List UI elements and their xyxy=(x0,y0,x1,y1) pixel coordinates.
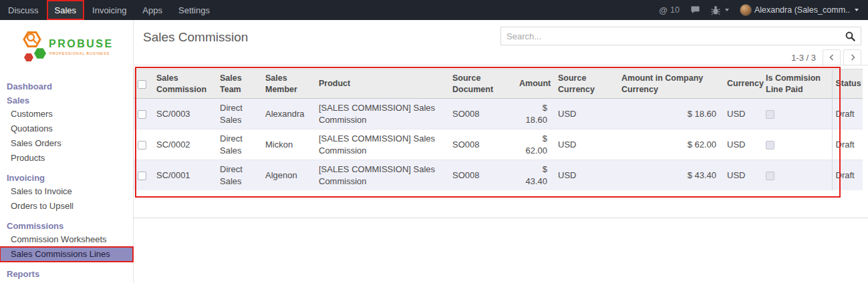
table-row[interactable]: SC/0001Direct SalesAlgenon[SALES COMMISS… xyxy=(134,160,863,191)
table-header-row: Sales CommissionSales TeamSales MemberPr… xyxy=(134,69,863,99)
search-input[interactable] xyxy=(507,31,845,41)
topbar-menu-discuss[interactable]: Discuss xyxy=(0,0,47,20)
is-paid-checkbox[interactable] xyxy=(766,110,774,119)
sidebar-item-sales-commissions-lines[interactable]: Sales Commissions Lines xyxy=(0,247,133,262)
select-all-checkbox[interactable] xyxy=(138,80,146,89)
sidebar-item-quotations[interactable]: Quotations xyxy=(0,121,133,136)
cell-source-document: SO008 xyxy=(447,129,514,160)
col-header-status[interactable]: Status xyxy=(832,69,863,99)
sidebar-item-sales-orders[interactable]: Sales Orders xyxy=(0,136,133,151)
main-content: Sales Commission 1-3 / 3 xyxy=(134,20,868,283)
sidebar-item-commission-worksheets[interactable]: Commission Worksheets xyxy=(0,232,133,247)
select-all-cell xyxy=(134,69,151,99)
logo-subtitle: PROFESSIONAL BUSINESS xyxy=(49,51,110,55)
sidebar-item-sales[interactable]: Sales xyxy=(0,280,133,283)
debug-menu-button[interactable] xyxy=(711,5,729,15)
sidebar: PROBUSE PROFESSIONAL BUSINESS DashboardS… xyxy=(0,20,134,283)
avatar xyxy=(740,4,752,16)
sidebar-heading-dashboard[interactable]: Dashboard xyxy=(0,80,133,93)
cell-amount: $ 43.40 xyxy=(514,160,553,191)
row-select-checkbox[interactable] xyxy=(138,141,146,150)
commission-table: Sales CommissionSales TeamSales MemberPr… xyxy=(134,69,863,190)
row-select-cell xyxy=(134,160,151,191)
sidebar-item-sales-to-invoice[interactable]: Sales to Invoice xyxy=(0,184,133,199)
row-select-checkbox[interactable] xyxy=(138,110,146,119)
user-name: Alexandra (Sales_comm.. xyxy=(754,5,850,15)
is-paid-checkbox[interactable] xyxy=(766,141,774,150)
topbar: DiscussSalesInvoicingAppsSettings @ 10 xyxy=(0,0,868,20)
is-paid-cell xyxy=(760,99,832,129)
sidebar-heading-reports[interactable]: Reports xyxy=(0,268,133,280)
search-icon[interactable] xyxy=(845,31,855,41)
cell-sales-member: Alexandra xyxy=(260,99,313,129)
is-paid-cell xyxy=(760,160,832,191)
cell-currency: USD xyxy=(722,129,760,160)
page-title: Sales Commission xyxy=(143,30,248,45)
cell-status: Draft xyxy=(832,129,863,160)
cell-source-currency: USD xyxy=(553,99,616,129)
app-logo: PROBUSE PROFESSIONAL BUSINESS xyxy=(0,20,133,74)
mention-count: 10 xyxy=(670,5,680,15)
sidebar-heading-invoicing[interactable]: Invoicing xyxy=(0,172,133,184)
at-icon: @ xyxy=(659,5,668,15)
row-select-cell xyxy=(134,99,151,129)
cell-source-document: SO008 xyxy=(447,160,514,191)
cell-source-currency: USD xyxy=(553,160,616,191)
cell-amount-in-company-currency: $ 18.60 xyxy=(616,99,722,129)
cell-sales-member: Algenon xyxy=(260,160,313,191)
search-box xyxy=(500,27,861,45)
cell-currency: USD xyxy=(722,99,760,129)
cell-sales-commission: SC/0001 xyxy=(151,160,214,191)
sidebar-heading-sales[interactable]: Sales xyxy=(0,94,133,107)
caret-down-icon xyxy=(855,9,859,11)
cell-sales-team: Direct Sales xyxy=(214,99,260,129)
row-select-cell xyxy=(134,129,151,160)
sidebar-item-customers[interactable]: Customers xyxy=(0,107,133,121)
sidebar-nav: DashboardSalesCustomersQuotationsSales O… xyxy=(0,80,133,283)
pager-previous-button[interactable] xyxy=(823,49,841,65)
sidebar-item-orders-to-upsell[interactable]: Orders to Upsell xyxy=(0,199,133,214)
cell-sales-team: Direct Sales xyxy=(214,129,260,160)
col-header-amount-in-company-currency[interactable]: Amount in Company Currency xyxy=(616,69,722,99)
row-select-checkbox[interactable] xyxy=(138,172,146,180)
sidebar-heading-commissions[interactable]: Commissions xyxy=(0,220,133,232)
pager-range: 1-3 / 3 xyxy=(791,53,816,63)
probuse-logo-graphic: PROBUSE PROFESSIONAL BUSINESS xyxy=(17,28,124,67)
caret-down-icon xyxy=(725,9,729,11)
cell-amount-in-company-currency: $ 43.40 xyxy=(616,160,722,191)
topbar-menu-apps[interactable]: Apps xyxy=(134,0,170,20)
chat-icon xyxy=(690,5,700,15)
cell-sales-commission: SC/0003 xyxy=(151,99,214,129)
cell-status: Draft xyxy=(832,160,863,191)
bug-icon xyxy=(711,5,720,15)
chevron-right-icon xyxy=(849,53,857,61)
col-header-sales-commission[interactable]: Sales Commission xyxy=(151,69,214,99)
cell-currency: USD xyxy=(722,160,760,191)
pager: 1-3 / 3 xyxy=(143,49,861,65)
cell-sales-member: Mickon xyxy=(260,129,313,160)
cell-product: [SALES COMMISSION] Sales Commission xyxy=(313,99,447,129)
table-row[interactable]: SC/0003Direct SalesAlexandra[SALES COMMI… xyxy=(134,99,863,129)
col-header-amount[interactable]: Amount xyxy=(514,69,553,99)
col-header-currency[interactable]: Currency xyxy=(722,69,760,99)
mentions-button[interactable]: @ 10 xyxy=(659,5,680,15)
pager-next-button[interactable] xyxy=(843,49,861,65)
col-header-source-document[interactable]: Source Document xyxy=(447,69,514,99)
topbar-menu-settings[interactable]: Settings xyxy=(170,0,218,20)
cell-product: [SALES COMMISSION] Sales Commission xyxy=(313,129,447,160)
col-header-source-currency[interactable]: Source Currency xyxy=(553,69,616,99)
sidebar-item-products[interactable]: Products xyxy=(0,151,133,166)
topbar-menu-sales[interactable]: Sales xyxy=(47,0,85,20)
cell-amount: $ 62.00 xyxy=(514,129,553,160)
col-header-sales-member[interactable]: Sales Member xyxy=(260,69,313,99)
col-header-is-commision-line-paid[interactable]: Is Commision Line Paid xyxy=(760,69,832,99)
table-row[interactable]: SC/0002Direct SalesMickon[SALES COMMISSI… xyxy=(134,129,863,160)
cell-sales-commission: SC/0002 xyxy=(151,129,214,160)
col-header-product[interactable]: Product xyxy=(313,69,447,99)
cell-status: Draft xyxy=(832,99,863,129)
col-header-sales-team[interactable]: Sales Team xyxy=(214,69,260,99)
messages-button[interactable] xyxy=(690,5,700,15)
is-paid-checkbox[interactable] xyxy=(766,172,774,180)
user-menu[interactable]: Alexandra (Sales_comm.. xyxy=(740,4,859,16)
topbar-menu-invoicing[interactable]: Invoicing xyxy=(84,0,134,20)
